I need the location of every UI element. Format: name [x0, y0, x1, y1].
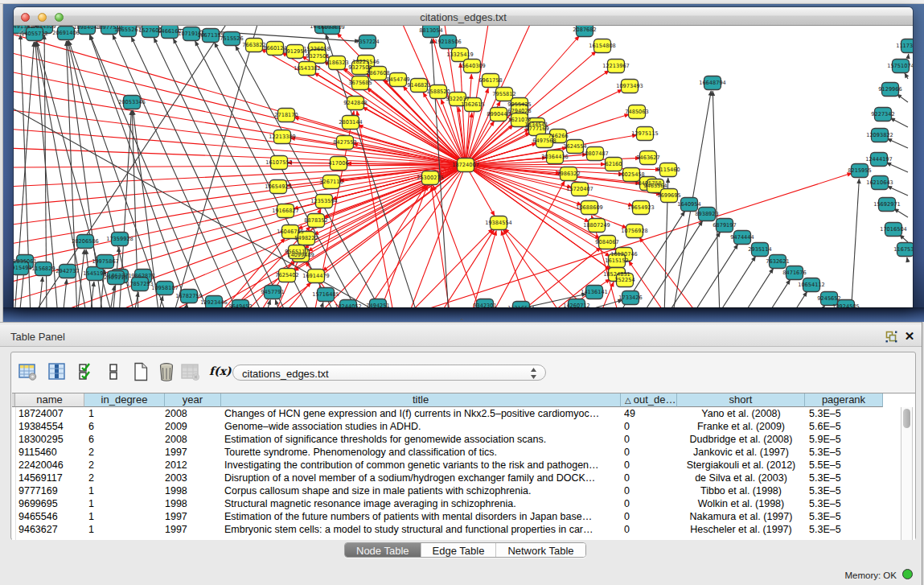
graph-node-label: 9129966 [878, 86, 901, 93]
graph-edge[interactable] [438, 229, 495, 307]
graph-edge[interactable] [762, 305, 825, 307]
merge-rows-icon[interactable] [108, 362, 119, 381]
cell-name: 9465546 [18, 510, 83, 523]
graph-edge[interactable] [14, 165, 466, 264]
close-panel-icon[interactable]: ✕ [903, 330, 916, 343]
graph-node-label: 19218506 [434, 39, 462, 45]
table-row[interactable]: 1872400712008Changes of HCN gene express… [12, 407, 915, 420]
cell-pagerank: 5.3E–5 [809, 510, 883, 523]
graph-edge[interactable] [501, 230, 531, 307]
scrollbar-thumb[interactable] [903, 409, 910, 428]
graph-node-label: 10655267 [114, 27, 142, 33]
column-header-out_de[interactable]: △out_de… [621, 393, 677, 407]
graph-node-label: 12213389 [269, 134, 296, 140]
table-row[interactable]: 1456911722003Disruption of a novel membe… [12, 472, 915, 484]
graph-node-label: 6961758 [478, 77, 502, 84]
graph-node-label: 19166827 [272, 208, 299, 214]
cell-out_de: 0 [624, 497, 676, 510]
tab-network-table[interactable]: Network Table [495, 543, 585, 557]
graph-node-label: 14260712 [563, 303, 590, 307]
memory-status-indicator[interactable] [902, 569, 913, 579]
graph-edge[interactable] [14, 165, 466, 167]
graph-node-label: 7515526 [220, 35, 243, 42]
graph-edge[interactable] [154, 38, 288, 307]
window-resize-grip[interactable] [14, 26, 25, 37]
graph-node-label: 15640309 [458, 63, 486, 69]
new-file-icon[interactable] [132, 362, 150, 381]
graph-node-label: 3915491 [14, 265, 32, 271]
table-selector-dropdown[interactable]: citations_edges.txt [232, 365, 546, 381]
tab-edge-table[interactable]: Edge Table [421, 543, 496, 557]
graph-node-label: 3675685 [348, 80, 372, 86]
table-row[interactable]: 1938455462009Genome–wide association stu… [12, 420, 915, 433]
cell-short: Tibbo et al. (1998) [677, 484, 805, 497]
graph-edge[interactable] [113, 35, 240, 307]
table-row[interactable]: 946362711997Embryonic stem cells: a mode… [12, 523, 915, 536]
cell-short: Hescheler et al. (1997) [677, 523, 805, 536]
delete-trash-icon[interactable] [158, 362, 175, 381]
cell-in_degree: 1 [88, 407, 162, 420]
cell-in_degree: 1 [88, 510, 162, 523]
table-selector-value: citations_edges.txt [242, 368, 329, 380]
cell-year: 2009 [165, 420, 220, 433]
select-column-icon[interactable] [47, 362, 67, 381]
network-graph[interactable]: 2149136196345091405571220691406109840431… [14, 26, 913, 307]
graph-node-label: 16782759 [175, 293, 203, 299]
graph-node-label: 19654923 [627, 204, 655, 211]
vertical-scrollbar[interactable] [901, 407, 913, 540]
cell-pagerank: 5.3E–5 [809, 472, 883, 484]
graph-edge[interactable] [406, 229, 493, 307]
float-window-icon[interactable] [885, 331, 897, 343]
network-canvas[interactable]: 2149136196345091405571220691406109840431… [14, 26, 913, 307]
column-header-year[interactable]: year [165, 393, 221, 407]
column-header-pagerank[interactable]: pagerank [805, 393, 883, 407]
graph-edge[interactable] [14, 165, 466, 187]
cell-title: Estimation of significance thresholds fo… [224, 433, 620, 446]
table-panel-header: Table Panel ✕ [0, 324, 923, 347]
cell-name: 9699695 [18, 497, 83, 510]
graph-node-label: 2942737 [55, 268, 79, 274]
graph-node-label: 2718170 [274, 112, 298, 118]
table-row[interactable]: 977716911998Corpus callosum shape and si… [12, 484, 915, 497]
graph-edge[interactable] [851, 179, 859, 307]
graph-node-label: 14055712 [21, 31, 48, 37]
graph-edge[interactable] [639, 220, 703, 307]
cell-in_degree: 6 [88, 433, 162, 446]
graph-node-label: 9227342 [871, 111, 894, 117]
edge-arrowhead [275, 299, 279, 305]
graph-node-label: 10654925 [265, 183, 292, 190]
graph-node-label: 6879197 [713, 222, 736, 229]
tab-node-table[interactable]: Node Table [345, 543, 421, 557]
graph-node-label: 6794028 [507, 108, 531, 114]
table-settings-icon[interactable] [18, 362, 38, 381]
column-header-in_degree[interactable]: in_degree [84, 393, 165, 407]
table-row[interactable]: 1830029562008Estimation of significance … [12, 433, 915, 446]
cell-pagerank: 5.3E–5 [809, 484, 883, 497]
graph-edge[interactable] [131, 37, 264, 307]
column-header-name[interactable]: name [15, 393, 84, 407]
function-builder-icon[interactable]: f(x) [209, 365, 232, 377]
graph-node-label: 7955812 [492, 91, 515, 97]
graph-edge[interactable] [14, 51, 466, 165]
table-row[interactable]: 2242004622012Investigating the contribut… [12, 459, 915, 472]
column-header-title[interactable]: title [221, 393, 621, 407]
edge-arrowhead [441, 99, 445, 105]
column-header-short[interactable]: short [677, 393, 805, 407]
table-row[interactable]: 946554611997Estimation of the future num… [12, 510, 915, 523]
cell-out_de: 49 [624, 407, 676, 420]
cell-title: Changes of HCN gene expression and I(f) … [224, 407, 620, 420]
graph-node-label: 9474444 [730, 234, 754, 241]
table-row[interactable]: 911546021997Tourette syndrome. Phenomeno… [12, 446, 915, 459]
graph-node-label: 8215955 [848, 167, 871, 174]
graph-edge[interactable] [727, 279, 791, 307]
table-row[interactable]: 969969511998Structural magnetic resonanc… [12, 497, 915, 510]
graph-node-label: 17857253 [126, 281, 154, 287]
window-titlebar[interactable]: citations_edges.txt [14, 7, 913, 26]
graph-node-label: 14136141 [581, 289, 608, 295]
cell-year: 1998 [165, 484, 220, 497]
cell-name: 9115460 [18, 446, 83, 459]
cell-title: Structural magnetic resonance image aver… [224, 497, 620, 510]
cell-year: 2008 [165, 433, 220, 446]
select-rows-icon[interactable] [78, 362, 96, 381]
graph-node-label: 7986322 [556, 171, 580, 177]
